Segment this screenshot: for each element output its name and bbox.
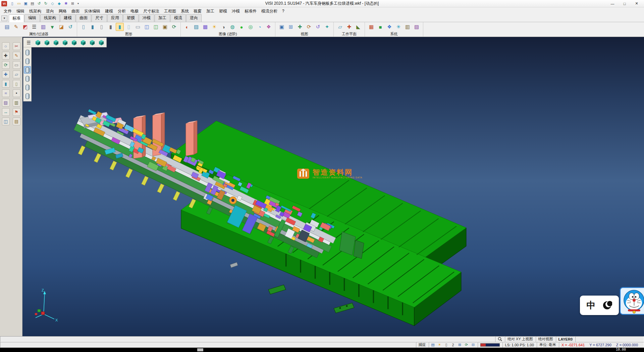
iso-view-icon[interactable] xyxy=(34,39,42,46)
database-green-icon[interactable]: ◫ xyxy=(152,23,160,31)
draft-view-icon[interactable]: ▭ xyxy=(134,23,142,31)
new-file-icon[interactable]: ▯ xyxy=(9,1,15,6)
snap-settings-icon[interactable]: ■ xyxy=(376,23,384,31)
menu-item-17[interactable]: 标准件 xyxy=(242,8,259,15)
database-blue-icon[interactable]: ◫ xyxy=(143,23,151,31)
menu-item-2[interactable]: 线架构 xyxy=(27,8,44,15)
selection-filter-icon[interactable]: ◪ xyxy=(57,23,65,31)
view-clip-icon-2[interactable] xyxy=(24,57,31,65)
view-clip-icon-1[interactable] xyxy=(24,49,31,56)
top-view-icon[interactable] xyxy=(43,39,51,46)
back-view-icon[interactable] xyxy=(79,39,87,46)
workplane-origin-icon[interactable]: ✚ xyxy=(345,23,353,31)
ribbon-tab-11[interactable]: 逆向 xyxy=(186,14,202,22)
menu-item-10[interactable]: 尺寸标注 xyxy=(141,8,162,15)
ribbon-tab-4[interactable]: 曲面 xyxy=(76,14,91,22)
curve-icon[interactable]: ≈ xyxy=(2,89,10,97)
view-menu-icon[interactable]: ☰ xyxy=(24,39,33,46)
sheet-icon[interactable]: ▯ xyxy=(13,80,20,88)
ime-moon-icon[interactable] xyxy=(602,300,612,310)
status-2d-icon[interactable]: 2 xyxy=(450,343,456,347)
zoom-select-icon[interactable]: ○ xyxy=(2,42,10,50)
ribbon-tab-8[interactable]: 冲模 xyxy=(139,14,154,22)
units-cell[interactable]: 单位: 毫米 xyxy=(537,342,559,348)
trim-icon[interactable]: ✂ xyxy=(13,42,20,50)
hatch-system-icon[interactable]: ▨ xyxy=(413,23,421,31)
axonometric-view-icon[interactable] xyxy=(97,39,105,46)
menu-item-18[interactable]: 模流分析 xyxy=(259,8,280,15)
ribbon-tab-2[interactable]: 线架构 xyxy=(40,14,60,22)
status-grid-icon[interactable]: ⊞ xyxy=(457,343,463,347)
ghost-view-icon[interactable]: ▯ xyxy=(125,23,133,31)
layers-system-icon[interactable]: ▥ xyxy=(404,23,412,31)
zoom-window-icon[interactable]: ⊞ xyxy=(287,23,295,31)
texture-icon[interactable]: ▩ xyxy=(201,23,209,31)
shadow-icon[interactable]: ◑ xyxy=(219,23,227,31)
ribbon-tab-6[interactable]: 应用 xyxy=(107,14,123,22)
view-clip-icon-6[interactable] xyxy=(24,92,31,100)
material-icon[interactable]: ▨ xyxy=(192,23,200,31)
wireframe-view-icon[interactable]: ▯ xyxy=(79,23,88,31)
workplane-quick-icon[interactable]: ◇ xyxy=(49,1,56,6)
menu-item-16[interactable]: 冲模 xyxy=(229,8,242,15)
app-logo-icon[interactable]: VI xyxy=(1,1,7,6)
view-clip-icon-3[interactable] xyxy=(24,66,31,74)
menu-item-15[interactable]: 塑模 xyxy=(217,8,229,15)
menu-item-11[interactable]: 工程图 xyxy=(162,8,178,15)
light-icon[interactable]: ☀ xyxy=(210,23,218,31)
status-refresh-icon[interactable]: ⟳ xyxy=(464,343,470,347)
filter-icon[interactable]: ▼ xyxy=(48,23,56,31)
refresh-graphics-icon[interactable]: ⟳ xyxy=(170,23,178,31)
tab-dropdown-button[interactable]: ▼ xyxy=(1,15,7,21)
right-view-icon[interactable] xyxy=(61,39,69,46)
zoom-fit-icon[interactable]: ▣ xyxy=(278,23,286,31)
layers-tool-icon[interactable]: ▥ xyxy=(13,99,20,106)
status-light-icon[interactable]: ☀ xyxy=(437,343,443,347)
render-settings-icon[interactable]: ◐ xyxy=(183,23,191,31)
erase-icon[interactable]: ▭ xyxy=(13,61,20,69)
options-icon[interactable]: ❖ xyxy=(385,23,393,31)
view-cube-quick-icon[interactable]: ◆ xyxy=(56,1,62,6)
hatch-tool-icon[interactable]: ▨ xyxy=(2,99,10,106)
workplane-icon[interactable]: ▱ xyxy=(336,23,344,31)
shaded-cylinder-icon[interactable]: ▮ xyxy=(89,23,97,31)
minimize-button[interactable]: — xyxy=(606,0,619,7)
open-file-icon[interactable]: ▭ xyxy=(16,1,22,6)
circle-render-icon[interactable]: ◎ xyxy=(247,23,255,31)
menu-item-0[interactable]: 文件 xyxy=(1,8,14,15)
lock-display-icon[interactable]: ▣ xyxy=(161,23,169,31)
attributes-brush-icon[interactable]: ✎ xyxy=(12,23,20,31)
menu-item-6[interactable]: 实体编辑 xyxy=(82,8,103,15)
menu-item-7[interactable]: 建模 xyxy=(103,8,115,15)
status-layout-icon[interactable]: ⊟ xyxy=(470,343,476,347)
view-mode-cell[interactable]: 绝对 XY 上视图 xyxy=(505,336,536,342)
reset-filter-icon[interactable]: ↺ xyxy=(66,23,74,31)
front-view-icon[interactable] xyxy=(52,39,60,46)
menu-item-9[interactable]: 电极 xyxy=(128,8,141,15)
zoom-indicator-cell[interactable] xyxy=(495,336,505,342)
cylinder-tool-icon[interactable]: ▮ xyxy=(2,80,10,88)
plane-icon[interactable]: ▱ xyxy=(13,71,20,78)
menu-item-3[interactable]: 逆向 xyxy=(44,8,56,15)
move-icon[interactable]: ✚ xyxy=(2,71,10,78)
save-icon[interactable]: ▣ xyxy=(22,1,29,6)
dynamic-hidden-icon[interactable]: ▮ xyxy=(107,23,115,31)
view-clip-icon-4[interactable] xyxy=(24,75,31,82)
sketch-icon[interactable]: ✎ xyxy=(13,52,20,59)
view-clip-icon-5[interactable] xyxy=(24,84,31,91)
status-doc-icon[interactable]: ▤ xyxy=(430,343,436,347)
3d-viewport[interactable]: ZX ☰ 智造资料网 INTELLIGENT MANUFACTURING DAT… xyxy=(22,37,644,336)
measure-icon[interactable]: ↔ xyxy=(2,108,10,116)
menu-item-12[interactable]: 系统 xyxy=(178,8,191,15)
paste-icon[interactable]: ▤ xyxy=(13,118,20,125)
color-attr-icon[interactable]: ◩ xyxy=(21,23,29,31)
ribbon-tab-5[interactable]: 尺寸 xyxy=(92,14,107,22)
workplane-align-icon[interactable]: ◣ xyxy=(354,23,362,31)
pan-icon[interactable]: ✚ xyxy=(296,23,304,31)
redo-icon[interactable]: ↻ xyxy=(43,1,49,6)
ribbon-tab-7[interactable]: 塑膜 xyxy=(123,14,139,22)
ribbon-tab-1[interactable]: 编辑 xyxy=(24,14,40,22)
grid-quick-icon[interactable]: ⊞ xyxy=(69,1,76,6)
bottom-view-icon[interactable] xyxy=(88,39,96,46)
undo-icon[interactable]: ↺ xyxy=(36,1,42,6)
